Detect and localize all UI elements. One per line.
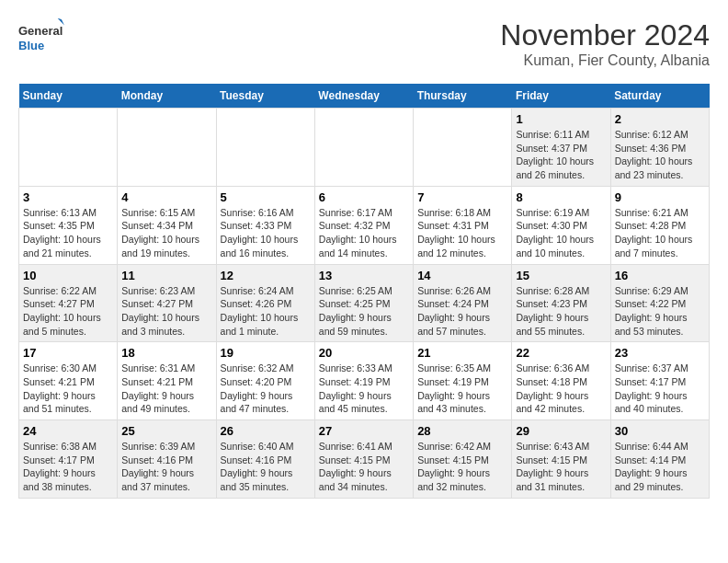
day-info: Sunrise: 6:37 AM Sunset: 4:17 PM Dayligh… — [615, 362, 705, 416]
calendar-cell — [118, 109, 216, 187]
calendar-cell: 13Sunrise: 6:25 AM Sunset: 4:25 PM Dayli… — [314, 264, 413, 342]
calendar-cell: 24Sunrise: 6:38 AM Sunset: 4:17 PM Dayli… — [19, 420, 118, 499]
day-number: 25 — [121, 424, 211, 438]
calendar-cell: 10Sunrise: 6:22 AM Sunset: 4:27 PM Dayli… — [19, 264, 118, 342]
calendar-cell: 12Sunrise: 6:24 AM Sunset: 4:26 PM Dayli… — [216, 264, 314, 342]
calendar-cell — [314, 109, 413, 187]
calendar-week-2: 3Sunrise: 6:13 AM Sunset: 4:35 PM Daylig… — [19, 186, 710, 264]
calendar-cell: 5Sunrise: 6:16 AM Sunset: 4:33 PM Daylig… — [216, 186, 314, 264]
calendar-cell: 9Sunrise: 6:21 AM Sunset: 4:28 PM Daylig… — [610, 186, 709, 264]
day-info: Sunrise: 6:38 AM Sunset: 4:17 PM Dayligh… — [23, 440, 113, 494]
calendar-cell: 1Sunrise: 6:11 AM Sunset: 4:37 PM Daylig… — [512, 109, 610, 187]
day-info: Sunrise: 6:26 AM Sunset: 4:24 PM Dayligh… — [417, 284, 507, 339]
day-number: 5 — [221, 190, 311, 204]
day-number: 11 — [121, 269, 211, 282]
calendar-cell: 16Sunrise: 6:29 AM Sunset: 4:22 PM Dayli… — [610, 264, 709, 342]
calendar-cell: 20Sunrise: 6:33 AM Sunset: 4:19 PM Dayli… — [314, 342, 413, 420]
header-tuesday: Tuesday — [216, 84, 314, 109]
day-info: Sunrise: 6:28 AM Sunset: 4:23 PM Dayligh… — [516, 284, 606, 339]
calendar-cell: 18Sunrise: 6:31 AM Sunset: 4:21 PM Dayli… — [118, 342, 216, 420]
calendar-cell: 29Sunrise: 6:43 AM Sunset: 4:15 PM Dayli… — [512, 420, 610, 499]
day-number: 26 — [221, 424, 311, 438]
header-wednesday: Wednesday — [314, 84, 413, 109]
day-info: Sunrise: 6:11 AM Sunset: 4:37 PM Dayligh… — [516, 128, 606, 182]
calendar-cell: 26Sunrise: 6:40 AM Sunset: 4:16 PM Dayli… — [216, 420, 314, 499]
calendar-cell: 17Sunrise: 6:30 AM Sunset: 4:21 PM Dayli… — [19, 342, 118, 420]
logo-svg: General Blue — [18, 18, 64, 57]
day-info: Sunrise: 6:24 AM Sunset: 4:26 PM Dayligh… — [221, 284, 311, 339]
day-number: 21 — [417, 346, 507, 360]
calendar-cell: 3Sunrise: 6:13 AM Sunset: 4:35 PM Daylig… — [19, 186, 118, 264]
day-number: 27 — [319, 424, 409, 438]
day-number: 29 — [516, 424, 606, 438]
day-info: Sunrise: 6:23 AM Sunset: 4:27 PM Dayligh… — [121, 284, 211, 339]
calendar-cell: 6Sunrise: 6:17 AM Sunset: 4:32 PM Daylig… — [314, 186, 413, 264]
day-number: 13 — [319, 269, 409, 282]
calendar-cell: 28Sunrise: 6:42 AM Sunset: 4:15 PM Dayli… — [414, 420, 512, 499]
svg-text:Blue: Blue — [18, 39, 44, 52]
day-info: Sunrise: 6:33 AM Sunset: 4:19 PM Dayligh… — [319, 362, 409, 416]
day-info: Sunrise: 6:17 AM Sunset: 4:32 PM Dayligh… — [319, 206, 409, 260]
logo: General Blue — [18, 18, 64, 57]
day-info: Sunrise: 6:21 AM Sunset: 4:28 PM Dayligh… — [615, 206, 705, 260]
day-info: Sunrise: 6:40 AM Sunset: 4:16 PM Dayligh… — [221, 440, 311, 494]
calendar-cell: 8Sunrise: 6:19 AM Sunset: 4:30 PM Daylig… — [512, 186, 610, 264]
day-number: 8 — [516, 190, 606, 204]
header-monday: Monday — [118, 84, 216, 109]
calendar-cell — [19, 109, 118, 187]
day-info: Sunrise: 6:13 AM Sunset: 4:35 PM Dayligh… — [23, 206, 113, 260]
day-number: 15 — [516, 269, 606, 282]
day-number: 7 — [417, 190, 507, 204]
day-number: 9 — [615, 190, 705, 204]
calendar-cell: 19Sunrise: 6:32 AM Sunset: 4:20 PM Dayli… — [216, 342, 314, 420]
day-number: 24 — [23, 424, 113, 438]
calendar-cell: 30Sunrise: 6:44 AM Sunset: 4:14 PM Dayli… — [610, 420, 709, 499]
day-info: Sunrise: 6:19 AM Sunset: 4:30 PM Dayligh… — [516, 206, 606, 260]
day-info: Sunrise: 6:31 AM Sunset: 4:21 PM Dayligh… — [121, 362, 211, 416]
day-number: 1 — [516, 112, 606, 126]
svg-text:General: General — [18, 24, 63, 38]
header-friday: Friday — [512, 84, 610, 109]
calendar-week-3: 10Sunrise: 6:22 AM Sunset: 4:27 PM Dayli… — [19, 264, 710, 342]
calendar-week-1: 1Sunrise: 6:11 AM Sunset: 4:37 PM Daylig… — [19, 109, 710, 187]
day-number: 22 — [516, 346, 606, 360]
calendar-cell: 15Sunrise: 6:28 AM Sunset: 4:23 PM Dayli… — [512, 264, 610, 342]
page-header: General Blue November 2024 Kuman, Fier C… — [18, 18, 710, 69]
day-info: Sunrise: 6:32 AM Sunset: 4:20 PM Dayligh… — [221, 362, 311, 416]
day-number: 14 — [417, 269, 507, 282]
calendar-week-5: 24Sunrise: 6:38 AM Sunset: 4:17 PM Dayli… — [19, 420, 710, 499]
day-number: 16 — [615, 269, 705, 282]
calendar-cell: 27Sunrise: 6:41 AM Sunset: 4:15 PM Dayli… — [314, 420, 413, 499]
calendar-table: Sunday Monday Tuesday Wednesday Thursday… — [18, 84, 710, 499]
day-number: 28 — [417, 424, 507, 438]
day-number: 4 — [121, 190, 211, 204]
location: Kuman, Fier County, Albania — [500, 52, 710, 69]
calendar-cell: 11Sunrise: 6:23 AM Sunset: 4:27 PM Dayli… — [118, 264, 216, 342]
header-sunday: Sunday — [19, 84, 118, 109]
day-info: Sunrise: 6:35 AM Sunset: 4:19 PM Dayligh… — [417, 362, 507, 416]
calendar-cell: 4Sunrise: 6:15 AM Sunset: 4:34 PM Daylig… — [118, 186, 216, 264]
day-info: Sunrise: 6:29 AM Sunset: 4:22 PM Dayligh… — [615, 284, 705, 339]
day-number: 3 — [23, 190, 113, 204]
calendar-cell: 21Sunrise: 6:35 AM Sunset: 4:19 PM Dayli… — [414, 342, 512, 420]
calendar-cell — [414, 109, 512, 187]
day-number: 19 — [221, 346, 311, 360]
title-section: November 2024 Kuman, Fier County, Albani… — [500, 18, 710, 69]
calendar-cell — [216, 109, 314, 187]
calendar-cell: 14Sunrise: 6:26 AM Sunset: 4:24 PM Dayli… — [414, 264, 512, 342]
day-info: Sunrise: 6:25 AM Sunset: 4:25 PM Dayligh… — [319, 284, 409, 339]
calendar-header-row: Sunday Monday Tuesday Wednesday Thursday… — [19, 84, 710, 109]
day-info: Sunrise: 6:44 AM Sunset: 4:14 PM Dayligh… — [615, 440, 705, 494]
calendar-cell: 22Sunrise: 6:36 AM Sunset: 4:18 PM Dayli… — [512, 342, 610, 420]
day-number: 2 — [615, 112, 705, 126]
calendar-cell: 7Sunrise: 6:18 AM Sunset: 4:31 PM Daylig… — [414, 186, 512, 264]
month-title: November 2024 — [500, 18, 710, 52]
day-number: 12 — [221, 269, 311, 282]
calendar-week-4: 17Sunrise: 6:30 AM Sunset: 4:21 PM Dayli… — [19, 342, 710, 420]
day-info: Sunrise: 6:42 AM Sunset: 4:15 PM Dayligh… — [417, 440, 507, 494]
calendar-cell: 25Sunrise: 6:39 AM Sunset: 4:16 PM Dayli… — [118, 420, 216, 499]
calendar-cell: 23Sunrise: 6:37 AM Sunset: 4:17 PM Dayli… — [610, 342, 709, 420]
calendar-cell: 2Sunrise: 6:12 AM Sunset: 4:36 PM Daylig… — [610, 109, 709, 187]
day-info: Sunrise: 6:36 AM Sunset: 4:18 PM Dayligh… — [516, 362, 606, 416]
day-info: Sunrise: 6:39 AM Sunset: 4:16 PM Dayligh… — [121, 440, 211, 494]
